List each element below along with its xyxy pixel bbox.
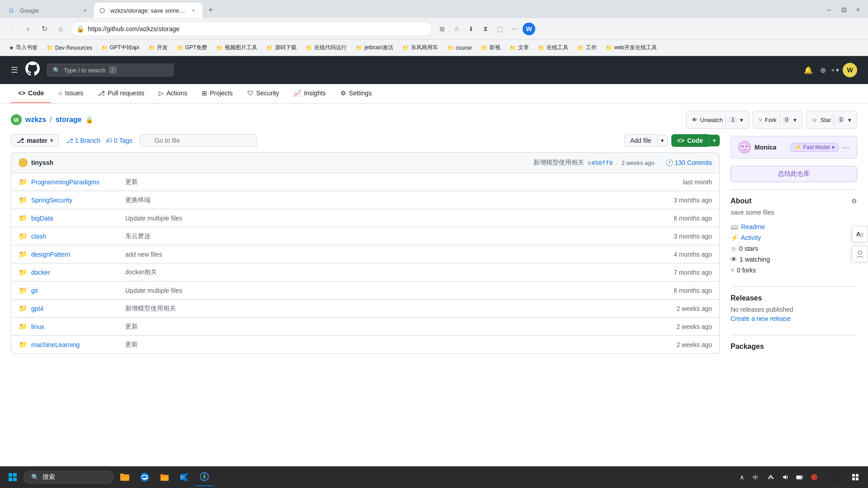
branches-link[interactable]: ⎇ 1 Branch bbox=[66, 137, 100, 144]
file-name[interactable]: linux bbox=[31, 323, 122, 330]
file-row[interactable]: 📁 gpt4 新增模型使用相关 2 weeks ago bbox=[11, 300, 719, 318]
file-name[interactable]: designPattern bbox=[31, 251, 122, 258]
github-plus-btn[interactable]: + ▾ bbox=[831, 66, 839, 74]
taskbar-app-explorer[interactable] bbox=[116, 468, 134, 486]
new-tab-button[interactable]: + bbox=[204, 4, 217, 16]
file-name[interactable]: git bbox=[31, 287, 122, 294]
bookmark-dev[interactable]: 📁 开发 bbox=[145, 42, 171, 53]
reload-button[interactable]: ↻ bbox=[38, 23, 51, 35]
tab-google[interactable]: G Google × bbox=[4, 3, 94, 18]
github-logo[interactable] bbox=[25, 61, 40, 79]
bookmark-web-dev[interactable]: 📁 web开发在线工具 bbox=[602, 42, 660, 53]
file-row[interactable]: 📁 machineLearning 更新 2 weeks ago bbox=[11, 336, 719, 353]
tab-close-google[interactable]: × bbox=[81, 7, 89, 14]
nav-projects[interactable]: ⊞ Projects bbox=[194, 84, 240, 103]
history-icon[interactable]: ⧗ bbox=[479, 23, 492, 35]
minimize-window-button[interactable]: – bbox=[823, 4, 835, 16]
github-search[interactable]: 🔍 Type / to search / bbox=[47, 64, 174, 76]
system-clock[interactable]: 9:20 2024/8/16 bbox=[822, 471, 844, 483]
file-name[interactable]: ProgrammingParadigms bbox=[31, 178, 122, 186]
readme-link[interactable]: 📖 Readme bbox=[731, 221, 857, 232]
monica-more-button[interactable]: ⋯ bbox=[842, 143, 849, 152]
file-row[interactable]: 📁 SpringSecurity 更换终端 3 months ago bbox=[11, 191, 719, 209]
create-release-link[interactable]: Create a new release bbox=[731, 313, 857, 324]
file-name[interactable]: machineLearning bbox=[31, 341, 122, 348]
extensions-icon[interactable]: ⊞ bbox=[436, 23, 448, 35]
fast-model-button[interactable]: ⚡ Fast Model ▾ bbox=[791, 143, 839, 152]
tray-network-icon[interactable] bbox=[764, 471, 777, 483]
file-row[interactable]: 📁 linux 更新 2 weeks ago bbox=[11, 318, 719, 336]
summarize-button[interactable]: 总结此仓库 bbox=[731, 166, 857, 182]
hamburger-menu[interactable]: ☰ bbox=[11, 65, 18, 75]
bookmark-video-tools[interactable]: 📁 视频图片工具 bbox=[212, 42, 261, 53]
github-create-icon[interactable]: ⊕ bbox=[818, 64, 828, 76]
activity-link[interactable]: ⚡ Activity bbox=[731, 232, 857, 243]
add-file-button[interactable]: Add file bbox=[624, 134, 657, 147]
home-button[interactable]: ⌂ bbox=[54, 23, 67, 35]
tab-close-github[interactable]: × bbox=[190, 7, 197, 14]
bookmark-icon[interactable]: ☆ bbox=[450, 23, 463, 35]
nav-issues[interactable]: ○ Issues bbox=[51, 84, 90, 103]
bookmark-dev-resources[interactable]: 📁 Dev Resources bbox=[43, 43, 96, 53]
tags-link[interactable]: 🏷 0 Tags bbox=[106, 137, 132, 144]
bookmark-movies[interactable]: 📁 影视 bbox=[477, 42, 504, 53]
taskbar-app-vscode[interactable] bbox=[175, 468, 193, 486]
taskbar-app-browser-active[interactable] bbox=[195, 468, 213, 486]
github-notifications-icon[interactable]: 🔔 bbox=[802, 64, 815, 76]
fork-button[interactable]: ⑂ Fork 0 ▾ bbox=[753, 111, 803, 129]
nav-actions[interactable]: ▷ Actions bbox=[151, 84, 194, 103]
restore-window-button[interactable]: ⧉ bbox=[837, 4, 850, 16]
bookmark-import[interactable]: ★ 导入书签 bbox=[5, 42, 41, 53]
bookmark-online-run[interactable]: 📁 在线代码运行 bbox=[302, 42, 350, 53]
file-row[interactable]: 📁 designPattern add new files 4 months a… bbox=[11, 245, 719, 263]
tray-keyboard-icon[interactable]: 中 bbox=[750, 471, 763, 483]
file-name[interactable]: gpt4 bbox=[31, 305, 122, 312]
file-row[interactable]: 📁 docker docker相关 7 months ago bbox=[11, 263, 719, 282]
nav-pull-requests[interactable]: ⎇ Pull requests bbox=[90, 84, 151, 103]
download-icon[interactable]: ⬇ bbox=[465, 23, 477, 35]
forward-button[interactable]: › bbox=[22, 23, 34, 35]
bookmark-dongfeng[interactable]: 📁 东风商用车 bbox=[399, 42, 442, 53]
file-row[interactable]: 📁 bigData Update multiple files 6 months… bbox=[11, 209, 719, 227]
settings-icon[interactable]: ⋯ bbox=[508, 23, 521, 35]
bookmark-work[interactable]: 📁 工作 bbox=[574, 42, 600, 53]
tray-volume-icon[interactable] bbox=[779, 471, 792, 483]
bookmark-online-tools[interactable]: 📁 在线工具 bbox=[534, 42, 572, 53]
taskbar-search-bar[interactable]: 🔍 搜索 bbox=[24, 471, 114, 483]
file-name[interactable]: SpringSecurity bbox=[31, 197, 122, 204]
screen-reader-icon[interactable]: ⬚ bbox=[494, 23, 506, 35]
bookmark-articles[interactable]: 📁 文章 bbox=[506, 42, 533, 53]
translate-button[interactable]: A 文 bbox=[852, 226, 868, 242]
repo-link[interactable]: storage bbox=[56, 116, 82, 124]
taskbar-app-files[interactable] bbox=[156, 468, 174, 486]
file-row[interactable]: 📁 clash 东云窘连 3 months ago bbox=[11, 227, 719, 245]
nav-code[interactable]: <> Code bbox=[11, 84, 51, 103]
bookmark-gpt-api[interactable]: 📁 GPT中转api bbox=[98, 42, 143, 53]
file-row[interactable]: 📁 ProgrammingParadigms 更新 last month bbox=[11, 173, 719, 191]
commit-hash[interactable]: c450ff9 bbox=[588, 160, 613, 166]
commits-history-link[interactable]: 🕐 130 Commits bbox=[665, 159, 712, 166]
nav-settings[interactable]: ⚙ Settings bbox=[333, 84, 379, 103]
github-user-avatar[interactable]: W bbox=[843, 63, 857, 77]
nav-insights[interactable]: 📈 Insights bbox=[286, 84, 333, 103]
browser-profile-icon[interactable]: W bbox=[523, 23, 535, 35]
code-dropdown-button[interactable]: ▾ bbox=[709, 135, 720, 146]
close-window-button[interactable]: × bbox=[852, 4, 864, 16]
file-row[interactable]: 📁 git Update multiple files 6 months ago bbox=[11, 282, 719, 300]
code-main-button[interactable]: <> Code bbox=[671, 134, 709, 147]
bookmark-jetbrain[interactable]: 📁 jetbrain激活 bbox=[352, 42, 396, 53]
tray-red-icon[interactable] bbox=[808, 471, 821, 483]
star-button[interactable]: ☆ Star 0 ▾ bbox=[806, 111, 857, 129]
owner-link[interactable]: wzkzs bbox=[25, 116, 46, 124]
tray-up-arrow[interactable]: ∧ bbox=[736, 471, 748, 483]
file-name[interactable]: clash bbox=[31, 233, 122, 240]
about-settings-button[interactable]: ⚙ bbox=[851, 197, 857, 205]
taskbar-app-edge[interactable] bbox=[136, 468, 154, 486]
notification-center-button[interactable] bbox=[846, 468, 864, 486]
unwatch-button[interactable]: 👁 Unwatch 1 ▾ bbox=[686, 111, 749, 129]
go-to-file-input[interactable] bbox=[140, 134, 257, 147]
add-file-dropdown[interactable]: ▾ bbox=[657, 135, 668, 146]
file-name[interactable]: bigData bbox=[31, 215, 122, 222]
tab-github[interactable]: ⬡ wzkzs/storage: save some file... × bbox=[94, 3, 203, 18]
start-button[interactable] bbox=[4, 468, 22, 486]
